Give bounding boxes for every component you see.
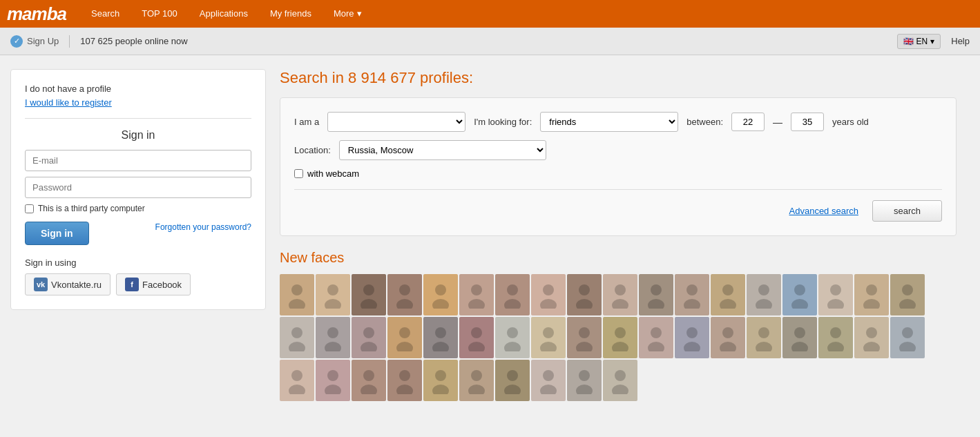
svg-point-25 — [720, 299, 736, 309]
svg-point-32 — [866, 284, 877, 295]
face-thumb[interactable] — [387, 317, 422, 358]
face-thumb[interactable] — [387, 360, 422, 401]
svg-point-15 — [540, 299, 557, 309]
face-thumb[interactable] — [890, 274, 925, 315]
svg-point-64 — [794, 327, 805, 338]
facebook-icon: f — [125, 278, 139, 291]
face-thumb[interactable] — [639, 317, 673, 358]
face-thumb[interactable] — [603, 360, 637, 401]
face-thumb[interactable] — [316, 274, 350, 315]
face-thumb[interactable] — [854, 274, 889, 315]
facebook-signin-button[interactable]: f Facebook — [116, 273, 191, 295]
age-from-input[interactable] — [731, 113, 765, 131]
third-party-checkbox[interactable] — [25, 204, 34, 213]
face-thumb[interactable] — [711, 274, 745, 315]
face-thumb[interactable] — [280, 317, 314, 358]
svg-point-8 — [435, 284, 446, 295]
face-thumb[interactable] — [495, 274, 530, 315]
svg-point-73 — [289, 385, 305, 394]
svg-point-11 — [468, 299, 485, 309]
face-thumb[interactable] — [459, 360, 494, 401]
face-thumb[interactable] — [567, 274, 602, 315]
signup-button[interactable]: ✓ Sign Up — [10, 35, 70, 48]
nav-myfriends[interactable]: My friends — [259, 0, 323, 28]
face-thumb[interactable] — [495, 360, 530, 401]
face-thumb[interactable] — [280, 274, 314, 315]
face-thumb[interactable] — [423, 317, 458, 358]
svg-point-29 — [791, 299, 808, 309]
location-select[interactable]: Russia, Moscow — [339, 140, 546, 160]
svg-point-42 — [399, 327, 410, 338]
face-thumb[interactable] — [782, 317, 817, 358]
svg-point-84 — [507, 370, 518, 381]
language-selector[interactable]: 🇬🇧 EN ▾ — [897, 34, 941, 49]
forgotten-label: Forgotten your password? — [155, 222, 251, 232]
face-thumb[interactable] — [675, 274, 709, 315]
face-thumb[interactable] — [747, 317, 781, 358]
face-thumb[interactable] — [603, 274, 637, 315]
signin-title: Sign in — [25, 129, 251, 142]
i-am-a-select[interactable] — [327, 112, 465, 132]
face-thumb[interactable] — [711, 317, 745, 358]
svg-point-83 — [468, 385, 485, 394]
face-thumb[interactable] — [352, 360, 386, 401]
face-thumb[interactable] — [567, 317, 602, 358]
face-thumb[interactable] — [280, 360, 314, 401]
webcam-checkbox[interactable] — [294, 169, 303, 178]
face-thumb[interactable] — [316, 360, 350, 401]
svg-point-49 — [504, 342, 521, 351]
face-thumb[interactable] — [854, 317, 889, 358]
main-content: Search in 8 914 677 profiles: I am a I'm… — [280, 69, 957, 401]
svg-point-36 — [291, 327, 302, 338]
search-button[interactable]: search — [872, 200, 942, 222]
svg-point-59 — [684, 342, 700, 351]
face-thumb[interactable] — [639, 274, 673, 315]
years-old-label: years old — [832, 117, 869, 127]
face-thumb[interactable] — [567, 360, 602, 401]
face-thumb[interactable] — [747, 274, 781, 315]
signin-button[interactable]: Sign in — [25, 222, 89, 245]
face-thumb[interactable] — [316, 317, 350, 358]
face-thumb[interactable] — [352, 274, 386, 315]
site-logo: mamba — [7, 3, 66, 25]
vkontakte-signin-button[interactable]: vk Vkontakte.ru — [25, 273, 111, 295]
face-thumb[interactable] — [423, 360, 458, 401]
register-link[interactable]: I would like to register — [25, 97, 112, 108]
nav-search[interactable]: Search — [80, 0, 131, 28]
svg-point-37 — [289, 342, 305, 351]
advanced-search-link[interactable]: Advanced search — [789, 206, 858, 216]
svg-point-76 — [363, 370, 374, 381]
looking-for-select[interactable]: friends — [540, 112, 678, 132]
nav-applications[interactable]: Applications — [189, 0, 259, 28]
age-to-input[interactable] — [791, 113, 824, 131]
face-thumb[interactable] — [495, 317, 530, 358]
face-thumb[interactable] — [531, 360, 566, 401]
svg-point-48 — [507, 327, 518, 338]
location-label: Location: — [294, 145, 331, 155]
password-field[interactable] — [25, 177, 251, 198]
face-thumb[interactable] — [531, 317, 566, 358]
svg-point-10 — [471, 284, 482, 295]
nav-more[interactable]: More ▾ — [323, 0, 373, 28]
face-thumb[interactable] — [459, 317, 494, 358]
svg-point-68 — [866, 327, 877, 338]
forgotten-password-link[interactable]: Forgotten your password? — [155, 222, 251, 233]
svg-point-80 — [435, 370, 446, 381]
nav-top100[interactable]: TOP 100 — [131, 0, 189, 28]
face-thumb[interactable] — [818, 274, 853, 315]
face-thumb[interactable] — [387, 274, 422, 315]
svg-point-40 — [363, 327, 374, 338]
email-field[interactable] — [25, 150, 251, 171]
svg-point-24 — [722, 284, 733, 295]
face-thumb[interactable] — [675, 317, 709, 358]
face-thumb[interactable] — [603, 317, 637, 358]
svg-point-90 — [615, 370, 626, 381]
face-thumb[interactable] — [423, 274, 458, 315]
face-thumb[interactable] — [531, 274, 566, 315]
face-thumb[interactable] — [890, 317, 925, 358]
help-button[interactable]: Help — [951, 36, 970, 46]
face-thumb[interactable] — [818, 317, 853, 358]
face-thumb[interactable] — [782, 274, 817, 315]
face-thumb[interactable] — [459, 274, 494, 315]
face-thumb[interactable] — [352, 317, 386, 358]
